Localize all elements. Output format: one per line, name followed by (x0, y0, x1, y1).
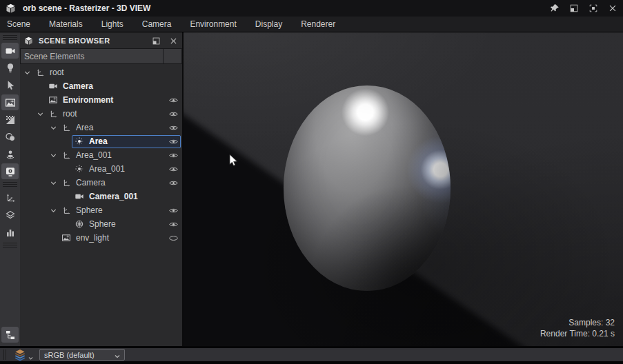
eye-open-icon[interactable] (168, 122, 179, 133)
environment-icon (61, 232, 72, 243)
tree-item-label: root (63, 109, 168, 119)
image-icon (5, 97, 16, 108)
menu-item-camera[interactable]: Camera (142, 19, 172, 29)
axes-icon (61, 177, 72, 188)
samples-text: Samples: 32 (540, 317, 615, 328)
tree-row-area_001[interactable]: Area_001 (20, 162, 182, 176)
panel-cube-icon (24, 36, 33, 45)
axes-icon (34, 67, 46, 78)
sun-icon (74, 163, 85, 174)
close-button[interactable] (608, 3, 617, 13)
chevron-down-icon[interactable] (48, 123, 59, 133)
toolbar-materials-button[interactable] (1, 129, 19, 145)
panel-float-button[interactable] (152, 36, 161, 45)
toolbar-transform-gizmo-button[interactable] (1, 190, 19, 205)
main-area: SCENE BROWSER Scene Elements rootCameraE… (0, 32, 623, 346)
toolbar-statistics-button[interactable] (1, 224, 19, 240)
person-icon (5, 149, 16, 160)
axes-icon (48, 108, 59, 119)
chevron-down-icon[interactable] (48, 205, 59, 216)
pin-button[interactable] (550, 3, 560, 13)
scene-tree: rootCameraEnvironmentrootAreaAreaArea_00… (20, 64, 182, 346)
axes-icon (61, 122, 72, 133)
chevron-down-icon[interactable] (48, 150, 59, 161)
colorspace-value: sRGB (default) (40, 351, 113, 359)
toolbar-lights-button[interactable] (1, 60, 19, 76)
tree-row-root[interactable]: root (20, 107, 182, 121)
toolbar-grip[interactable] (3, 35, 17, 41)
axes3d-icon (5, 192, 16, 203)
menu-bar: SceneMaterialsLightsCameraEnvironmentDis… (0, 17, 623, 32)
tree-row-sphere[interactable]: Sphere (20, 203, 182, 217)
window-title: orb scene - Rasterizer - 3D VIEW (23, 3, 150, 13)
environment-icon (48, 94, 59, 105)
float-window-button[interactable] (569, 3, 579, 13)
eye-open-icon[interactable] (168, 108, 179, 119)
render-stats: Samples: 32 Render Time: 0.21 s (540, 317, 615, 339)
sun-icon (74, 136, 85, 147)
rendered-sphere (284, 85, 451, 291)
menu-item-lights[interactable]: Lights (101, 19, 123, 29)
tree-item-label: Camera_001 (89, 192, 168, 201)
title-bar: orb scene - Rasterizer - 3D VIEW (0, 0, 623, 17)
toolbar-layers-button[interactable] (1, 207, 19, 223)
tree-row-camera[interactable]: Camera (20, 79, 182, 93)
menu-item-materials[interactable]: Materials (49, 19, 83, 29)
eye-open-icon[interactable] (168, 177, 179, 188)
menu-item-renderer[interactable]: Renderer (301, 19, 335, 29)
menu-item-display[interactable]: Display (255, 19, 282, 29)
chevron-down-icon[interactable] (35, 109, 46, 119)
tree-row-root[interactable]: root (20, 65, 182, 79)
display-layers-icon[interactable] (13, 348, 27, 361)
tree-item-label: Sphere (76, 205, 168, 215)
toolbar-separator-grip[interactable] (3, 243, 17, 248)
toolbar-separator-grip[interactable] (3, 182, 17, 188)
toolbar-select-button[interactable] (1, 77, 19, 93)
videocam-icon (74, 191, 85, 202)
eye-open-icon[interactable] (168, 94, 179, 105)
toolbar-scene-tree-button[interactable] (1, 327, 19, 343)
toolbar-camera-view-button[interactable] (1, 43, 19, 59)
toolbar-textures-button[interactable] (1, 112, 19, 128)
tree-row-area[interactable]: Area (20, 134, 182, 148)
scene-elements-header[interactable]: Scene Elements (20, 48, 182, 64)
tree-item-label: Camera (63, 81, 168, 91)
colorspace-select[interactable]: sRGB (default) (39, 349, 125, 361)
toolbar-render-settings-button[interactable] (1, 163, 19, 179)
eye-open-icon[interactable] (168, 219, 179, 230)
chevron-down-icon[interactable] (48, 178, 59, 188)
videocam-icon (48, 81, 59, 92)
eye-open-icon[interactable] (168, 136, 179, 147)
eye-open-icon[interactable] (168, 163, 179, 174)
toolbar-avatar-button[interactable] (1, 146, 19, 162)
eye-open-icon[interactable] (168, 205, 179, 216)
3d-viewport[interactable]: Samples: 32 Render Time: 0.21 s (184, 32, 623, 346)
tree-row-sphere[interactable]: Sphere (20, 217, 182, 231)
maximize-button[interactable] (589, 3, 598, 13)
tree-row-area[interactable]: Area (20, 121, 182, 134)
chevron-down-icon[interactable] (22, 68, 32, 78)
bar-chart-icon (5, 227, 16, 238)
visibility-column-header (163, 49, 181, 63)
scene-browser-header: SCENE BROWSER (20, 32, 182, 48)
tree-row-env_light[interactable]: env_light (20, 231, 182, 245)
panel-title: SCENE BROWSER (39, 37, 110, 45)
texture-icon (5, 114, 16, 125)
menu-item-environment[interactable]: Environment (190, 19, 236, 29)
tree-row-environment[interactable]: Environment (20, 93, 182, 107)
bottombar-grip[interactable] (3, 350, 7, 360)
tree-item-label: Area_001 (89, 164, 168, 174)
layers-dropdown-chevron-icon[interactable] (28, 352, 34, 358)
tree-row-camera[interactable]: Camera (20, 176, 182, 190)
app-cube-icon (6, 3, 16, 14)
tree-item-label: Area_001 (76, 150, 168, 160)
tree-item-label: Camera (76, 178, 168, 188)
eye-closed-icon[interactable] (168, 232, 179, 243)
tree-item-label: root (50, 68, 168, 77)
menu-item-scene[interactable]: Scene (7, 19, 30, 29)
eye-open-icon[interactable] (168, 150, 179, 161)
tree-row-area_001[interactable]: Area_001 (20, 148, 182, 162)
tree-row-camera_001[interactable]: Camera_001 (20, 190, 182, 203)
panel-close-button[interactable] (169, 36, 178, 45)
toolbar-environment-button[interactable] (1, 94, 19, 110)
